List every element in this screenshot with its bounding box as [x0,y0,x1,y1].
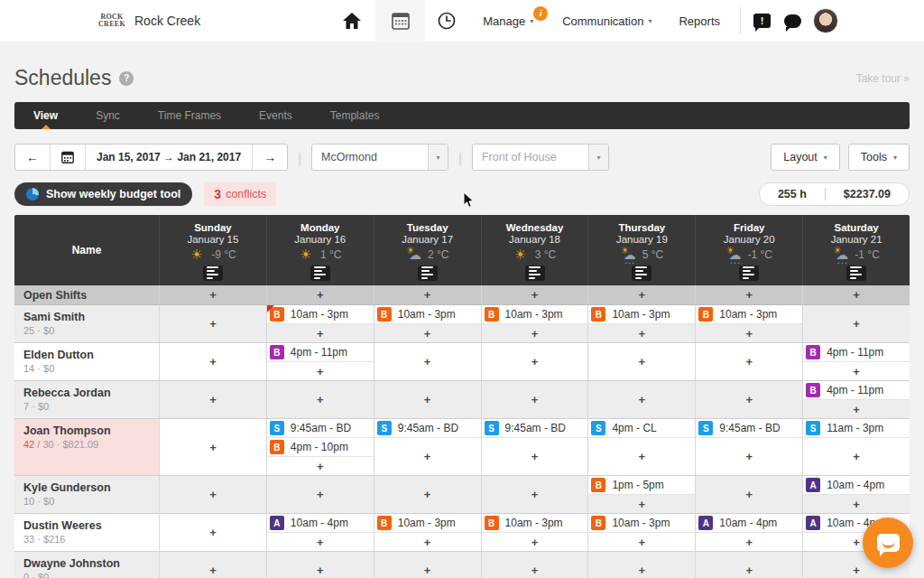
next-week-button[interactable]: → [253,144,287,170]
add-open-shift-button[interactable]: + [266,285,374,304]
add-shift-button[interactable]: + [482,476,588,513]
add-open-shift-button[interactable]: + [159,285,266,304]
add-shift-button[interactable]: + [374,324,481,342]
add-shift-button[interactable]: + [588,324,695,342]
shift-block[interactable]: B10am - 3pm [482,514,588,533]
add-shift-button[interactable]: + [803,438,910,475]
day-notes-icon[interactable] [739,266,759,281]
department-select[interactable]: Front of House ▾ [472,144,609,171]
add-shift-button[interactable]: + [267,476,374,513]
tools-button[interactable]: Tools ▾ [848,144,910,171]
add-shift-button[interactable]: + [160,419,266,475]
shift-block[interactable]: S9:45am - BD [696,419,802,438]
add-shift-button[interactable]: + [160,476,266,513]
add-shift-button[interactable]: + [374,552,481,578]
shift-block[interactable]: B10am - 3pm [374,514,481,533]
add-shift-button[interactable]: + [696,552,802,578]
shift-block[interactable]: B10am - 3pm [588,514,695,533]
announcements-icon[interactable]: ! [753,14,771,28]
shift-block[interactable]: S9:45am - BD [267,419,374,438]
calendar-picker-button[interactable] [51,144,86,170]
add-shift-button[interactable]: + [267,362,374,380]
day-notes-icon[interactable] [418,266,438,281]
shift-block[interactable]: B10am - 3pm [482,305,588,324]
shift-block[interactable]: B4pm - 11pm [803,343,910,362]
add-shift-button[interactable]: + [588,533,695,551]
add-shift-button[interactable]: + [374,381,481,418]
add-shift-button[interactable]: + [267,381,374,418]
home-icon[interactable] [343,13,361,29]
reports-menu[interactable]: Reports [679,14,720,28]
add-shift-button[interactable]: + [482,533,588,551]
shift-block[interactable]: A10am - 4pm [696,514,802,533]
add-shift-button[interactable]: + [160,343,266,380]
add-shift-button[interactable]: + [267,533,374,551]
add-shift-button[interactable]: + [803,400,910,418]
shift-block[interactable]: S9:45am - BD [482,419,588,438]
add-shift-button[interactable]: + [696,381,802,418]
add-shift-button[interactable]: + [588,381,695,418]
add-shift-button[interactable]: + [696,438,802,475]
add-shift-button[interactable]: + [374,533,481,551]
tab-sync[interactable]: Sync [77,102,139,129]
add-shift-button[interactable]: + [374,476,481,513]
add-shift-button[interactable]: + [482,343,588,380]
shift-block[interactable]: B4pm - 10pm [267,438,374,457]
add-shift-button[interactable]: + [160,305,266,342]
add-shift-button[interactable]: + [374,343,481,380]
add-shift-button[interactable]: + [160,552,266,578]
add-shift-button[interactable]: + [267,457,374,475]
tab-time-frames[interactable]: Time Frames [139,102,240,129]
add-shift-button[interactable]: + [482,324,588,342]
add-shift-button[interactable]: + [696,324,802,342]
add-open-shift-button[interactable]: + [802,285,910,304]
shift-block[interactable]: S9:45am - BD [374,419,481,438]
add-shift-button[interactable]: + [803,305,910,342]
shift-block[interactable]: B4pm - 11pm [803,381,910,400]
add-shift-button[interactable]: + [482,381,588,418]
day-notes-icon[interactable] [525,266,545,281]
shift-block[interactable]: S11am - 3pm [803,419,910,438]
add-shift-button[interactable]: + [588,495,695,513]
shift-block[interactable]: B10am - 3pm [267,305,374,324]
tab-events[interactable]: Events [240,102,311,129]
add-shift-button[interactable]: + [160,381,266,418]
schedules-calendar-icon[interactable] [375,0,425,42]
layout-button[interactable]: Layout ▾ [771,144,840,171]
messages-icon[interactable] [784,14,801,28]
day-notes-icon[interactable] [310,266,330,281]
shift-block[interactable]: B1pm - 5pm [588,476,695,495]
communication-menu[interactable]: Communication ▾ [562,14,651,28]
add-shift-button[interactable]: + [374,438,481,475]
shift-block[interactable]: A10am - 4pm [803,476,910,495]
shift-block[interactable]: A10am - 4pm [267,514,374,533]
chat-launcher-button[interactable] [863,517,913,568]
add-shift-button[interactable]: + [588,438,695,475]
show-weekly-budget-tool-button[interactable]: Show weekly budget tool [14,182,192,206]
add-shift-button[interactable]: + [696,343,802,380]
add-shift-button[interactable]: + [482,552,588,578]
shift-block[interactable]: B10am - 3pm [374,305,481,324]
add-shift-button[interactable]: + [803,362,910,380]
add-shift-button[interactable]: + [267,552,374,578]
add-open-shift-button[interactable]: + [587,285,695,304]
take-tour-link[interactable]: Take tour » [856,72,910,85]
location-select[interactable]: McOrmond ▾ [311,144,448,171]
add-open-shift-button[interactable]: + [695,285,802,304]
day-notes-icon[interactable] [203,266,223,281]
add-shift-button[interactable]: + [588,343,695,380]
brand[interactable]: ROCK CREEK Rock Creek [97,7,200,34]
conflicts-badge[interactable]: 3 conflicts [204,182,276,206]
shift-block[interactable]: B10am - 3pm [588,305,695,324]
day-notes-icon[interactable] [846,266,866,281]
shift-block[interactable]: B4pm - 11pm [267,343,374,362]
add-shift-button[interactable]: + [588,552,695,578]
add-shift-button[interactable]: + [482,438,588,475]
day-notes-icon[interactable] [632,266,651,281]
tab-templates[interactable]: Templates [311,102,399,129]
add-open-shift-button[interactable]: + [481,285,588,304]
add-shift-button[interactable]: + [803,495,910,513]
manage-menu[interactable]: Manage ▾ i [483,14,533,28]
prev-week-button[interactable]: ← [15,144,51,170]
add-shift-button[interactable]: + [696,476,802,513]
